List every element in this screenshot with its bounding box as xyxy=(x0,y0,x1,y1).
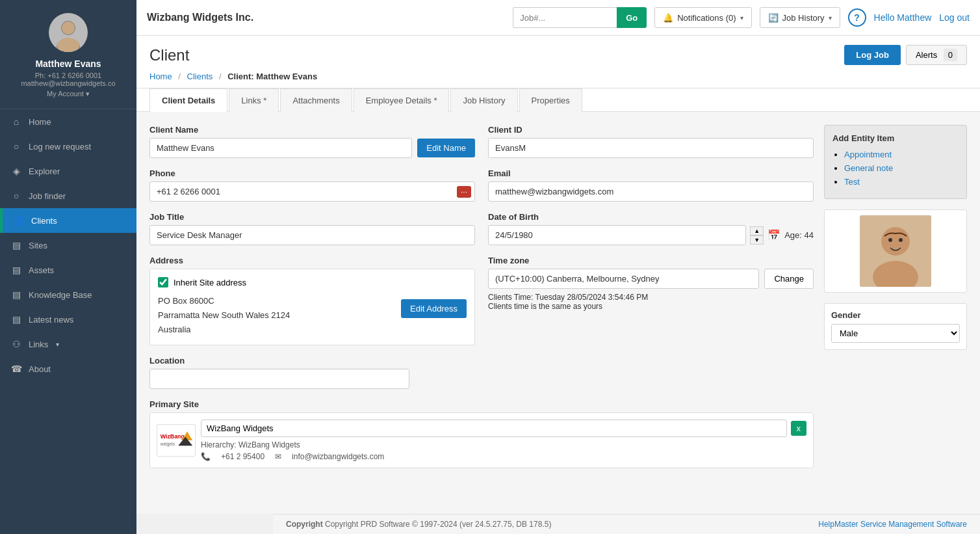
logout-button[interactable]: Log out xyxy=(939,12,970,23)
email-input[interactable] xyxy=(488,181,814,202)
location-label: Location xyxy=(149,356,475,366)
log-job-button[interactable]: Log Job xyxy=(844,45,901,65)
dob-up-arrow[interactable]: ▲ xyxy=(750,226,764,235)
sidebar-item-label: Latest news xyxy=(29,315,73,325)
sidebar-item-label: Assets xyxy=(29,265,54,275)
svg-point-13 xyxy=(888,238,892,242)
calendar-icon[interactable]: 📅 xyxy=(767,229,780,241)
edit-address-button[interactable]: Edit Address xyxy=(401,299,467,318)
site-logo-box: WizBang widgets xyxy=(157,424,196,457)
gender-select[interactable]: Male Female Other xyxy=(831,324,960,343)
client-id-input[interactable] xyxy=(488,138,814,158)
sidebar-item-label: Sites xyxy=(29,241,47,250)
go-button[interactable]: Go xyxy=(617,7,647,28)
gender-label: Gender xyxy=(831,310,960,320)
inherit-label: Inherit Site address xyxy=(174,278,246,287)
sidebar-item-knowledge-base[interactable]: ▤ Knowledge Base xyxy=(0,282,136,307)
client-name-input[interactable] xyxy=(149,138,412,158)
news-icon: ▤ xyxy=(10,314,22,325)
job-search-input[interactable] xyxy=(513,7,617,28)
sidebar-item-assets[interactable]: ▤ Assets xyxy=(0,258,136,282)
tab-employee-details[interactable]: Employee Details * xyxy=(354,88,450,112)
entity-general-note-link[interactable]: General note xyxy=(844,163,893,173)
site-remove-button[interactable]: x xyxy=(791,421,807,436)
help-button[interactable]: ? xyxy=(848,8,866,27)
avatar xyxy=(49,13,88,52)
form-col-phone: Phone ··· xyxy=(149,168,475,202)
footer: Copyright Copyright PRD Software © 1997-… xyxy=(273,514,980,534)
inherit-checkbox[interactable] xyxy=(158,277,168,287)
tab-properties[interactable]: Properties xyxy=(519,88,582,112)
dob-down-arrow[interactable]: ▼ xyxy=(750,235,764,245)
breadcrumb: Home / Clients / Client: Matthew Evans xyxy=(149,72,967,88)
site-name-row: x xyxy=(201,420,806,437)
job-history-button[interactable]: 🔄 Job History ▾ xyxy=(760,7,840,28)
entity-test-link[interactable]: Test xyxy=(844,177,860,187)
notifications-button[interactable]: 🔔 Notifications (0) ▾ xyxy=(654,7,751,28)
sidebar-item-job-finder[interactable]: ○ Job finder xyxy=(0,183,136,208)
kb-icon: ▤ xyxy=(10,289,22,300)
brand: Wizbang Widgets Inc. xyxy=(147,12,253,23)
log-icon: ○ xyxy=(10,141,22,152)
timezone-group: Change xyxy=(488,269,814,289)
tabs: Client Details Links * Attachments Emplo… xyxy=(136,88,980,112)
site-row: WizBang widgets x xyxy=(157,420,806,461)
sidebar-item-home[interactable]: ⌂ Home xyxy=(0,109,136,134)
sidebar-item-log-new-request[interactable]: ○ Log new request xyxy=(0,134,136,159)
phone-input-wrap: ··· xyxy=(149,181,475,202)
page-title: Client xyxy=(149,46,189,64)
phone-input[interactable] xyxy=(149,181,475,202)
sidebar-item-latest-news[interactable]: ▤ Latest news xyxy=(0,307,136,332)
sidebar-item-about[interactable]: ☎ About xyxy=(0,356,136,381)
client-name-label: Client Name xyxy=(149,125,475,135)
links-icon: ⚇ xyxy=(10,339,22,349)
sidebar-item-label: About xyxy=(29,364,51,374)
change-button[interactable]: Change xyxy=(764,269,814,289)
form-row-jobtitle-dob: Job Title Date of Birth ▲ ▼ 📅 Age: xyxy=(149,212,814,245)
main-content: Client Name Edit Name Client ID Phon xyxy=(136,112,980,514)
tab-job-history[interactable]: Job History xyxy=(450,88,517,112)
copyright-text: Copyright Copyright PRD Software © 1997-… xyxy=(286,520,551,529)
site-info: x Hierarchy: WizBang Widgets 📞 +61 2 954… xyxy=(201,420,806,461)
footer-link[interactable]: HelpMaster Service Management Software xyxy=(818,520,967,529)
job-title-input[interactable] xyxy=(149,225,475,245)
page-header-top: Client Log Job Alerts 0 xyxy=(149,45,967,65)
form-col-tz: Time zone Change Clients Time: Tuesday 2… xyxy=(488,256,814,345)
explorer-icon: ◈ xyxy=(10,166,22,176)
tab-links[interactable]: Links * xyxy=(229,88,279,112)
breadcrumb-home[interactable]: Home xyxy=(149,72,172,81)
breadcrumb-clients[interactable]: Clients xyxy=(187,72,213,81)
address-text: PO Box 8600C Parramatta New South Wales … xyxy=(158,294,290,337)
tab-client-details[interactable]: Client Details xyxy=(149,88,227,112)
chevron-down-icon: ▾ xyxy=(740,14,743,21)
entity-appointment-link[interactable]: Appointment xyxy=(844,150,892,159)
edit-name-button[interactable]: Edit Name xyxy=(417,139,475,157)
job-title-label: Job Title xyxy=(149,212,475,222)
sidebar-item-sites[interactable]: ▤ Sites xyxy=(0,233,136,258)
hello-user-link[interactable]: Hello Matthew xyxy=(874,12,932,23)
tab-attachments[interactable]: Attachments xyxy=(280,88,352,112)
assets-icon: ▤ xyxy=(10,265,22,275)
about-icon: ☎ xyxy=(10,364,22,374)
form-row-name-id: Client Name Edit Name Client ID xyxy=(149,125,814,158)
sidebar-item-links[interactable]: ⚇ Links ▾ xyxy=(0,332,136,356)
list-item: Appointment xyxy=(844,150,959,159)
sidebar-item-explorer[interactable]: ◈ Explorer xyxy=(0,159,136,183)
dob-input[interactable] xyxy=(488,225,746,245)
form-col-address: Address Inherit Site address PO Box 8600… xyxy=(149,256,475,345)
age-label: Age: 44 xyxy=(784,230,814,240)
breadcrumb-sep: / xyxy=(178,72,181,81)
address-label: Address xyxy=(149,256,475,265)
location-input[interactable] xyxy=(149,369,409,389)
primary-site-box: WizBang widgets x xyxy=(149,412,814,468)
my-account-link[interactable]: My Account ▾ xyxy=(47,90,90,98)
sidebar-item-clients[interactable]: 👤 Clients xyxy=(0,208,136,233)
sidebar-item-label: Home xyxy=(29,117,51,127)
site-name-input[interactable] xyxy=(201,420,787,437)
entity-item-list: Appointment General note Test xyxy=(832,150,959,187)
phone-dots-button[interactable]: ··· xyxy=(457,186,471,198)
timezone-input[interactable] xyxy=(488,269,759,289)
alerts-button[interactable]: Alerts 0 xyxy=(906,45,967,65)
main-layout: Client Log Job Alerts 0 Home / Clients /… xyxy=(0,36,980,534)
svg-point-11 xyxy=(881,227,910,256)
